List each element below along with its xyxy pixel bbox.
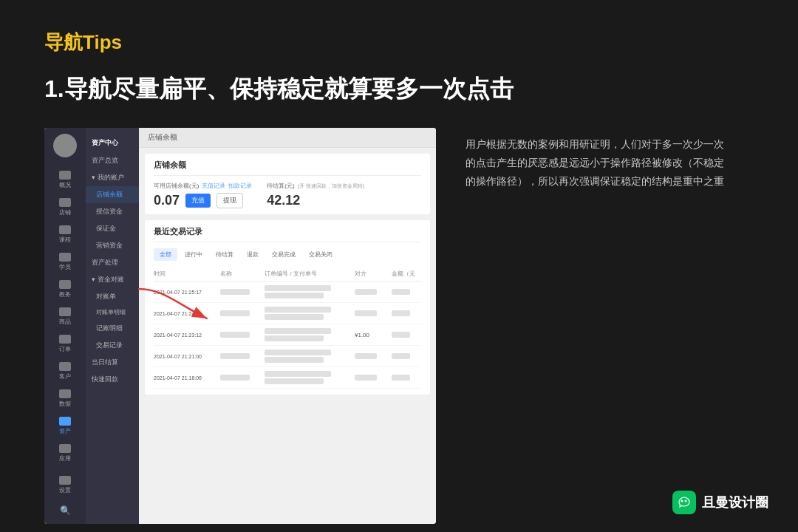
edu-icon: [59, 280, 71, 289]
deduction-link[interactable]: 扣款记录: [228, 182, 252, 190]
charge-button[interactable]: 充值: [185, 194, 211, 208]
main-content: 店铺余额 店铺余额 可用店铺余额(元) 充值记录 扣款记录: [139, 128, 436, 524]
col-party: 对方: [355, 270, 392, 278]
data-icon: [59, 389, 71, 398]
sub-sidebar-item-balance[interactable]: 店铺余额: [86, 186, 139, 203]
table-row: 2021-04-07 21:21:00: [154, 346, 421, 367]
main-heading: 1.导航尽量扁平、保持稳定就算要多一次点击: [44, 73, 754, 106]
cell-party: [355, 310, 377, 316]
tab-row: 全部 进行中 待结算 退款 交易完成 交易关闭: [154, 248, 421, 261]
cell-amount: [392, 289, 410, 295]
sub-sidebar-item-credit[interactable]: 授信资金: [86, 203, 139, 220]
sub-sidebar-item-deposit[interactable]: 保证金: [86, 220, 139, 237]
sub-sidebar-item-account-detail[interactable]: 记账明细: [86, 320, 139, 337]
cell-time: 2021-04-07 21:21:00: [154, 354, 220, 359]
sidebar-item-settings[interactable]: 设置: [44, 471, 86, 499]
cell-name: [220, 289, 250, 295]
tab-refund[interactable]: 退款: [241, 248, 265, 261]
order-num: [265, 349, 331, 355]
sidebar-item-label: 课程: [59, 236, 71, 244]
pay-num: [265, 378, 324, 384]
sub-sidebar-item-daily-settle[interactable]: 当日结算: [86, 354, 139, 371]
cell-time: 2021-04-07 21:24:19: [154, 311, 220, 316]
sidebar-item-label: 订单: [59, 345, 71, 353]
cell-name: [220, 375, 250, 381]
sidebar-item-data[interactable]: 数据: [44, 385, 86, 412]
settings-icon: [59, 476, 71, 485]
cell-amount: [392, 332, 410, 338]
cell-name: [220, 310, 250, 316]
col-order: 订单编号 / 支付单号: [265, 270, 355, 278]
sidebar-item-order[interactable]: 订单: [44, 330, 86, 358]
col-time: 时间: [154, 270, 220, 278]
sub-sidebar-item-myaccount[interactable]: ▾ 我的账户: [86, 169, 139, 186]
sub-sidebar-item-marketing[interactable]: 营销资金: [86, 237, 139, 254]
tab-closed[interactable]: 交易关闭: [303, 248, 338, 261]
sub-sidebar-item-reconcile[interactable]: ▾ 资金对账: [86, 271, 139, 288]
cell-party: [355, 289, 377, 295]
sidebar-item-label: 学员: [59, 263, 71, 271]
cell-name: [220, 353, 250, 359]
pending-amount-value: 42.12: [267, 193, 300, 208]
pay-num: [265, 357, 324, 363]
nav-tips-title: 导航Tips: [44, 30, 754, 55]
sidebar-item-label: 店铺: [59, 208, 71, 216]
sub-sidebar-item-asset-process[interactable]: 资产处理: [86, 254, 139, 271]
cell-amount: [392, 353, 410, 359]
sidebar-item-label: 设置: [59, 486, 71, 494]
col-amount: 金额（元: [392, 270, 421, 278]
pending-amount: 42.12: [267, 193, 364, 208]
pay-num: [265, 314, 324, 320]
sub-sidebar-item-transaction[interactable]: 交易记录: [86, 337, 139, 354]
balance-amount: 0.07: [154, 193, 180, 208]
cell-party: [355, 375, 377, 381]
right-panel: 用户根据无数的案例和用研证明，人们对于多一次少一次的点击产生的厌恶感是远远小于操…: [466, 128, 754, 191]
customer-icon: [59, 362, 71, 371]
sub-sidebar-item-overview[interactable]: 资产总览: [86, 152, 139, 169]
transaction-section: 最近交易记录 全部 进行中 待结算 退款 交易完成 交易关闭 时间 名称 订单编…: [145, 220, 430, 395]
student-icon: [59, 253, 71, 262]
order-icon: [59, 335, 71, 344]
withdraw-button[interactable]: 提现: [216, 193, 243, 208]
balance-section-title: 店铺余额: [154, 160, 421, 176]
balance-value-row: 0.07 充值 提现: [154, 193, 252, 208]
sidebar-item-label: 数据: [59, 400, 71, 408]
sidebar-item-label: 商品: [59, 318, 71, 326]
svg-point-2: [685, 500, 687, 502]
asset-icon: [59, 417, 71, 426]
sidebar-item-asset[interactable]: 资产: [44, 412, 86, 440]
pay-num: [265, 335, 324, 341]
pay-num: [265, 293, 324, 299]
cell-order: [265, 307, 355, 320]
balance-section: 店铺余额 可用店铺余额(元) 充值记录 扣款记录 0.07 充值: [145, 154, 430, 214]
tab-pending-settle[interactable]: 待结算: [210, 248, 239, 261]
sidebar-item-label: 概况: [59, 181, 71, 189]
sub-sidebar-title: 资产中心: [86, 134, 139, 152]
sidebar-item-goods[interactable]: 商品: [44, 303, 86, 330]
charge-link[interactable]: 充值记录: [202, 182, 225, 190]
sidebar-item-shop[interactable]: 店铺: [44, 194, 86, 221]
sidebar-item-customer[interactable]: 客户: [44, 358, 86, 385]
tab-all[interactable]: 全部: [154, 248, 177, 261]
sidebar-item-edu[interactable]: 教务: [44, 276, 86, 303]
watermark: 且曼设计圈: [672, 491, 768, 514]
cell-party: [355, 353, 377, 359]
sidebar: 概况 店铺 课程 学员 教务: [44, 128, 86, 524]
sidebar-item-app[interactable]: 应用: [44, 440, 86, 467]
sidebar-item-course[interactable]: 课程: [44, 221, 86, 248]
cell-name: [220, 332, 250, 338]
sub-sidebar-item-fast-refund[interactable]: 快速回款: [86, 371, 139, 388]
order-num: [265, 371, 331, 377]
sub-sidebar: 资产中心 资产总览 ▾ 我的账户 店铺余额 授信资金 保证金 营销资金 资产处理…: [86, 128, 139, 524]
tab-completed[interactable]: 交易完成: [266, 248, 301, 261]
search-icon[interactable]: 🔍: [58, 503, 72, 518]
sidebar-logo: [53, 134, 77, 157]
app-icon: [59, 444, 71, 453]
description-text: 用户根据无数的案例和用研证明，人们对于多一次少一次的点击产生的厌恶感是远远小于操…: [466, 135, 732, 191]
sidebar-item-dashboard[interactable]: 概况: [44, 166, 86, 194]
sub-sidebar-item-statement-detail[interactable]: 对账单明细: [86, 305, 139, 320]
sidebar-item-student[interactable]: 学员: [44, 248, 86, 276]
sub-sidebar-item-statement[interactable]: 对账单: [86, 288, 139, 305]
tab-processing[interactable]: 进行中: [179, 248, 208, 261]
available-balance-block: 可用店铺余额(元) 充值记录 扣款记录 0.07 充值 提现: [154, 182, 252, 208]
